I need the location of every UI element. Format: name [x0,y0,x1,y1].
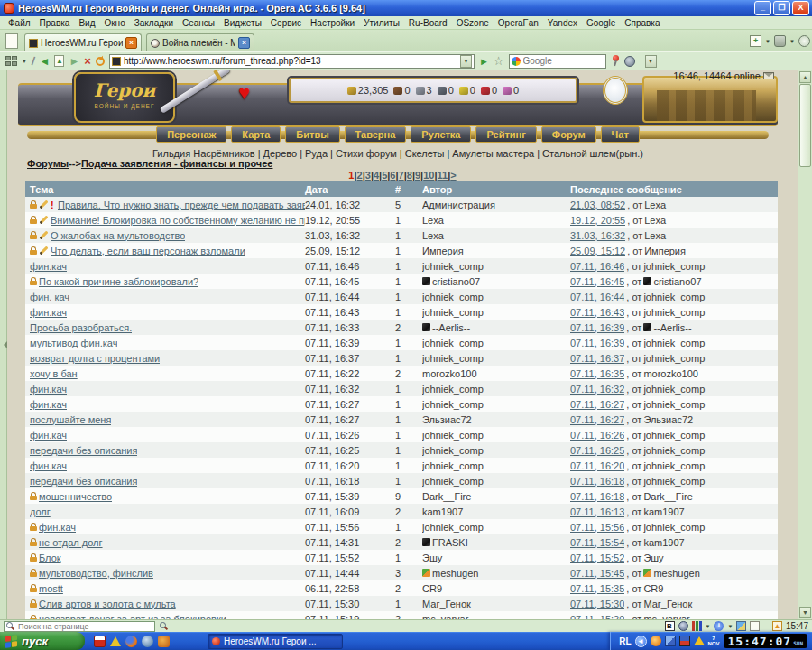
new-page-icon[interactable] [5,33,18,49]
last-message-link[interactable]: 07.11, 16:39 [570,338,624,348]
menu-Правка[interactable]: Правка [35,18,75,28]
menu-Справка[interactable]: Справка [620,18,664,28]
address-input[interactable] [124,56,457,67]
last-message-link[interactable]: 07.11, 16:13 [570,506,624,517]
sublink-2[interactable]: Руда [305,148,328,159]
menu-Yandex[interactable]: Yandex [543,18,582,28]
breadcrumb-forums-link[interactable]: Форумы [27,158,69,169]
dropdown-icon[interactable]: ▼ [22,59,27,64]
nav-Таверна[interactable]: Таверна [345,126,407,143]
menu-Настройки[interactable]: Настройки [306,18,359,28]
thread-link[interactable]: фин.кач [30,384,67,395]
nav-Персонаж[interactable]: Персонаж [156,126,226,143]
last-message-link[interactable]: 07.11, 16:39 [570,322,624,333]
forward-icon[interactable]: ► [69,55,79,68]
menu-Ru-Board[interactable]: Ru-Board [404,18,452,28]
thread-link[interactable]: Правила. Что нужно знать, прежде чем под… [58,200,305,210]
thread-link[interactable]: хочу в бан [30,368,78,379]
last-message-link[interactable]: 25.09, 15:12 [570,246,625,256]
thread-link[interactable]: фин.кач [30,261,67,272]
thread-link[interactable]: фин. кач [30,292,69,302]
last-message-link[interactable]: 07.11, 16:20 [570,460,624,471]
last-message-link[interactable]: 07.11, 16:37 [570,353,624,364]
address-dropdown-icon[interactable]: ▼ [460,55,472,68]
status-globe-icon[interactable] [678,621,688,631]
taskbar-opera-task[interactable]: HeroesWM.ru Герои ... [208,634,343,649]
last-message-link[interactable]: 21.03, 08:52 [570,200,625,210]
thread-link[interactable]: фин.кач [39,522,76,533]
close-button[interactable]: X [792,1,809,15]
dropdown-icon[interactable]: ▼ [789,39,795,44]
thread-link[interactable]: Просьба разобраться. [30,322,132,333]
quick-launch-opera-icon[interactable] [158,636,170,647]
find-button-icon[interactable] [160,622,168,630]
dropdown-icon[interactable]: ▼ [706,624,711,629]
thread-link[interactable]: Что делать, если ваш персонаж взломали [51,246,245,256]
globe-icon[interactable] [624,56,635,67]
nav-Рулетка[interactable]: Рулетка [411,126,471,143]
thread-link[interactable]: долг [30,506,51,517]
menu-Утилиты[interactable]: Утилиты [359,18,404,28]
pin-icon[interactable] [611,55,620,67]
thread-link[interactable]: О жалобах на мультоводство [51,230,185,241]
menu-Файл[interactable]: Файл [4,18,35,28]
last-message-link[interactable]: 07.11, 16:43 [570,307,624,318]
restore-button[interactable]: ❐ [773,1,790,15]
thread-link[interactable]: Внимание! Блокировка по собственному жел… [51,215,305,226]
tab-close-icon[interactable]: x [238,37,250,49]
vertical-scrollbar[interactable]: ▲ ▼ [798,70,812,619]
thread-link[interactable]: возврат долга с процентами [30,353,160,364]
scroll-up-icon[interactable]: ▲ [799,71,811,83]
menu-Google[interactable]: Google [582,18,620,28]
last-message-link[interactable]: 07.11, 16:27 [570,414,624,425]
menu-Виджеты[interactable]: Виджеты [219,18,266,28]
history-clock-icon[interactable] [798,35,810,47]
tray-chevron-icon[interactable]: ◄ [635,636,647,647]
last-message-link[interactable]: 07.11, 16:35 [570,368,624,379]
last-message-link[interactable]: 07.11, 16:46 [570,261,624,272]
last-message-link[interactable]: 19.12, 20:55 [570,215,625,226]
thread-link[interactable]: не отдал долг [39,537,103,548]
menu-Закладки[interactable]: Закладки [130,18,178,28]
thread-link[interactable]: Слив артов и золота с мульта [39,599,176,609]
nav-Чат[interactable]: Чат [601,126,640,143]
tray-flag-icon[interactable] [679,636,690,646]
start-button[interactable]: пуск [0,632,85,650]
stats-chart-icon[interactable] [692,621,702,631]
nav-Рейтинг[interactable]: Рейтинг [475,126,536,143]
thread-link[interactable]: передачи без описания [30,445,137,456]
quick-launch-app-icon[interactable] [94,636,106,647]
bold-toggle-icon[interactable]: B [665,621,675,631]
tab-tribalwars[interactable]: Война племён - Мир 11 x [146,33,254,51]
menu-Сервис[interactable]: Сервис [266,18,306,28]
up-icon[interactable]: ▲ [54,55,64,67]
back-icon[interactable]: ◄ [40,55,51,68]
page-link-11[interactable]: 11 [438,170,448,181]
thread-link[interactable]: mostt [39,583,63,594]
menu-Сеансы[interactable]: Сеансы [178,18,219,28]
info-icon[interactable]: i [714,621,724,631]
last-message-link[interactable]: 07.11, 15:35 [570,583,624,594]
trash-icon[interactable] [774,35,786,47]
tray-cube-icon[interactable] [665,636,676,646]
edit-pencil-icon[interactable]: / [31,54,36,68]
menu-OSzone[interactable]: OSzone [452,18,494,28]
thread-link[interactable]: фин.кач [30,460,67,471]
sublink-6[interactable]: Стальной шлем(рын.) [542,148,643,159]
thread-link[interactable]: Блок [39,552,61,563]
breadcrumb-section-link[interactable]: Подача заявления - финансы и прочее [81,158,273,169]
last-message-link[interactable]: 07.11, 16:25 [570,445,624,456]
minimize-button[interactable]: _ [754,1,771,15]
scrollbar-thumb[interactable] [799,84,811,167]
search-dropdown-icon[interactable]: ▼ [645,55,657,68]
tab-close-icon[interactable]: x [125,37,137,49]
splitter-arrow-icon[interactable] [0,341,7,348]
page-mode-icon[interactable] [750,621,760,631]
menu-Вид[interactable]: Вид [74,18,99,28]
reload-icon[interactable] [96,57,105,66]
last-message-link[interactable]: 31.03, 16:32 [570,230,625,241]
last-message-link[interactable]: 07.11, 16:18 [570,476,624,487]
images-toggle-icon[interactable] [736,621,746,631]
bookmark-star-icon[interactable]: ☆ [494,54,504,68]
last-message-link[interactable]: 07.11, 16:32 [570,384,624,395]
